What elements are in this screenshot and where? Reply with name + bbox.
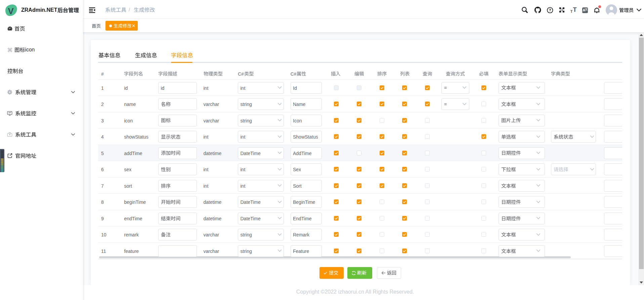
svg-text:?: ? — [549, 8, 551, 12]
svg-text:V: V — [8, 6, 14, 16]
